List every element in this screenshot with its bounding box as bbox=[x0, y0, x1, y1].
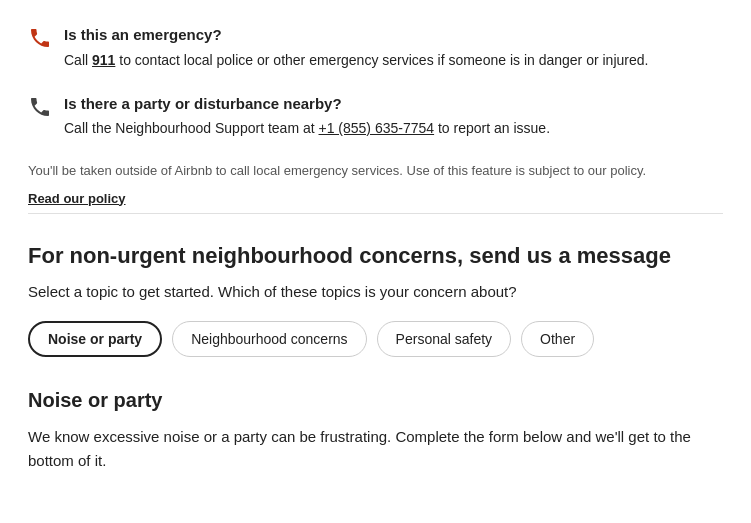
emergency-number: 911 bbox=[92, 52, 115, 68]
topic-personal-safety[interactable]: Personal safety bbox=[377, 321, 512, 357]
emergency-section: Is this an emergency? Call 911 to contac… bbox=[28, 24, 723, 71]
topics-row: Noise or party Neighbourhood concerns Pe… bbox=[28, 321, 723, 357]
topic-prompt: Select a topic to get started. Which of … bbox=[28, 281, 723, 304]
emergency-icon-wrap bbox=[28, 26, 64, 57]
result-description: We know excessive noise or a party can b… bbox=[28, 425, 723, 473]
read-policy-link[interactable]: Read our policy bbox=[28, 191, 126, 206]
policy-note: You'll be taken outside of Airbnb to cal… bbox=[28, 161, 723, 181]
non-urgent-section: For non-urgent neighbourhood concerns, s… bbox=[28, 242, 723, 473]
phone-emergency-icon bbox=[28, 26, 52, 50]
emergency-title: Is this an emergency? bbox=[64, 24, 723, 47]
result-section: Noise or party We know excessive noise o… bbox=[28, 385, 723, 473]
disturbance-icon-wrap bbox=[28, 95, 64, 126]
disturbance-text: Call the Neighbourhood Support team at +… bbox=[64, 118, 723, 139]
phone-disturbance-icon bbox=[28, 95, 52, 119]
non-urgent-title: For non-urgent neighbourhood concerns, s… bbox=[28, 242, 723, 271]
topic-noise-or-party[interactable]: Noise or party bbox=[28, 321, 162, 357]
emergency-text: Call 911 to contact local police or othe… bbox=[64, 50, 723, 71]
disturbance-section: Is there a party or disturbance nearby? … bbox=[28, 93, 723, 140]
disturbance-content: Is there a party or disturbance nearby? … bbox=[64, 93, 723, 140]
topic-neighbourhood-concerns[interactable]: Neighbourhood concerns bbox=[172, 321, 366, 357]
topic-other[interactable]: Other bbox=[521, 321, 594, 357]
emergency-content: Is this an emergency? Call 911 to contac… bbox=[64, 24, 723, 71]
result-title: Noise or party bbox=[28, 385, 723, 415]
section-divider bbox=[28, 213, 723, 214]
support-phone-link[interactable]: +1 (855) 635-7754 bbox=[319, 120, 435, 136]
disturbance-title: Is there a party or disturbance nearby? bbox=[64, 93, 723, 116]
